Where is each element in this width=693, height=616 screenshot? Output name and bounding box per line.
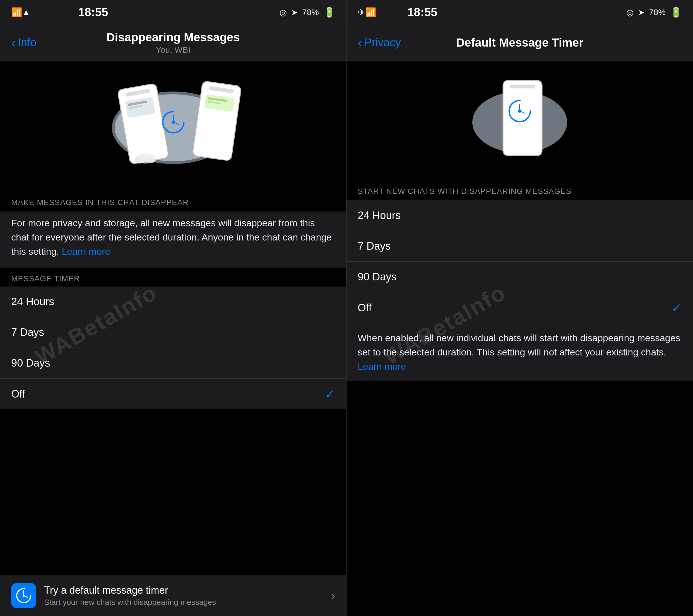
left-status-icons: ◎ ➤ 78% 🔋 (280, 7, 335, 18)
left-description-text: For more privacy and storage, all new me… (11, 216, 335, 259)
right-option-90d-label: 90 Days (358, 271, 396, 283)
arrow-icon: ➤ (291, 8, 298, 17)
left-option-90d-label: 90 Days (11, 357, 50, 369)
right-back-button[interactable]: ‹ Privacy (358, 35, 401, 50)
right-status-bar: ✈ 📶 18:55 ◎ ➤ 78% 🔋 (346, 0, 693, 24)
left-illustration (101, 72, 246, 178)
signal-icon: ▲ (22, 8, 30, 17)
promo-chevron-icon: › (332, 590, 335, 602)
left-option-off[interactable]: Off ✓ (0, 379, 346, 409)
svg-rect-25 (510, 84, 535, 88)
promo-text-container: Try a default message timer Start your n… (44, 584, 324, 607)
location-icon: ◎ (280, 7, 287, 17)
left-nav-title: Disappearing Messages (106, 31, 240, 44)
right-option-7d[interactable]: 7 Days (346, 231, 693, 262)
right-learn-more-link[interactable]: Learn more (358, 361, 406, 372)
right-section-header: START NEW CHATS WITH DISAPPEARING MESSAG… (346, 178, 693, 200)
left-panel: MAKE MESSAGES IN THIS CHAT DISAPPEAR For… (0, 61, 346, 616)
left-timer-label: MESSAGE TIMER (0, 267, 346, 286)
right-time: 18:55 (407, 5, 437, 19)
left-time: 18:55 (78, 5, 108, 19)
battery-icon: 🔋 (323, 7, 335, 18)
svg-rect-11 (192, 81, 241, 161)
right-nav-title: Default Message Timer (456, 36, 583, 49)
right-description-area: When enabled, all new individual chats w… (346, 323, 693, 381)
left-back-chevron-icon: ‹ (11, 35, 16, 50)
right-option-90d[interactable]: 90 Days (346, 262, 693, 292)
right-arrow-icon: ➤ (638, 8, 645, 17)
right-airplane-icon: ✈ (358, 7, 365, 18)
right-option-off[interactable]: Off ✓ (346, 292, 693, 323)
left-description-area: For more privacy and storage, all new me… (0, 212, 346, 267)
left-learn-more-link[interactable]: Learn more (62, 246, 110, 257)
right-option-off-checkmark: ✓ (672, 301, 682, 315)
left-back-label: Info (18, 36, 37, 49)
main-content: MAKE MESSAGES IN THIS CHAT DISAPPEAR For… (0, 61, 693, 616)
left-battery: 78% (302, 7, 319, 17)
right-back-chevron-icon: ‹ (358, 35, 362, 50)
left-back-button[interactable]: ‹ Info (11, 35, 37, 50)
promo-subtitle: Start your new chats with disappearing m… (44, 598, 324, 607)
right-options-list: 24 Hours 7 Days 90 Days Off ✓ (346, 200, 693, 323)
svg-point-18 (146, 157, 156, 163)
left-options-list: 24 Hours 7 Days 90 Days Off ✓ (0, 286, 346, 409)
wifi-icon: 📶 (11, 7, 22, 18)
right-nav-title-container: Default Message Timer (456, 36, 583, 49)
left-bottom-promo[interactable]: Try a default message timer Start your n… (0, 575, 346, 616)
right-battery-icon: 🔋 (670, 7, 682, 18)
left-nav-title-container: Disappearing Messages You, WBI (106, 31, 240, 55)
right-panel: START NEW CHATS WITH DISAPPEARING MESSAG… (346, 61, 693, 616)
right-option-off-label: Off (358, 302, 372, 314)
right-illustration-area (346, 61, 693, 178)
promo-title: Try a default message timer (44, 584, 324, 596)
right-spacer (346, 381, 693, 616)
promo-icon-container (11, 583, 36, 608)
right-option-24h-label: 24 Hours (358, 210, 401, 221)
svg-rect-24 (503, 80, 542, 156)
left-status-bar: 📶 ▲ 18:55 ◎ ➤ 78% 🔋 (0, 0, 346, 24)
left-nav: ‹ Info Disappearing Messages You, WBI (0, 24, 346, 61)
left-option-90d[interactable]: 90 Days (0, 348, 346, 379)
svg-point-17 (134, 157, 145, 163)
left-spacer (0, 409, 346, 575)
right-back-label: Privacy (364, 36, 401, 49)
status-bar: 📶 ▲ 18:55 ◎ ➤ 78% 🔋 ✈ 📶 18:55 ◎ ➤ 78% 🔋 (0, 0, 693, 24)
right-option-7d-label: 7 Days (358, 240, 391, 252)
left-option-7d-label: 7 Days (11, 326, 44, 338)
right-battery: 78% (649, 7, 666, 17)
nav-bar: ‹ Info Disappearing Messages You, WBI ‹ … (0, 24, 693, 61)
left-option-24h[interactable]: 24 Hours (0, 286, 346, 317)
right-illustration (464, 72, 576, 167)
left-option-off-checkmark: ✓ (325, 387, 335, 401)
right-nav: ‹ Privacy Default Message Timer (346, 24, 693, 61)
right-location-icon: ◎ (626, 7, 634, 17)
timer-promo-icon (15, 587, 32, 604)
right-status-icons: ◎ ➤ 78% 🔋 (626, 7, 682, 18)
right-option-24h[interactable]: 24 Hours (346, 200, 693, 231)
left-illustration-area (0, 61, 346, 189)
left-nav-subtitle: You, WBI (106, 45, 240, 55)
right-wifi-icon: 📶 (365, 7, 376, 18)
left-option-off-label: Off (11, 388, 25, 400)
left-option-24h-label: 24 Hours (11, 296, 54, 308)
left-option-7d[interactable]: 7 Days (0, 317, 346, 348)
left-section-header: MAKE MESSAGES IN THIS CHAT DISAPPEAR (0, 189, 346, 212)
